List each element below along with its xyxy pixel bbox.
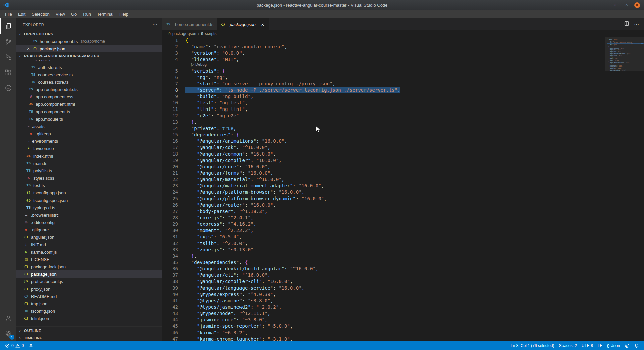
file-package.json[interactable]: {}package.json: [16, 270, 162, 278]
folder-assets[interactable]: ›assets: [16, 123, 162, 130]
code-line[interactable]: 18 "@angular/common": "16.0.0",: [162, 151, 644, 157]
line-number[interactable]: 23: [162, 183, 185, 189]
line-number[interactable]: 16: [162, 138, 185, 144]
file-karma.conf.js[interactable]: Kkarma.conf.js: [16, 248, 162, 256]
code-line[interactable]: 25 "@angular/platform-browser-dynamic": …: [162, 195, 644, 202]
accounts-icon[interactable]: [0, 310, 16, 326]
file-proxy.json[interactable]: {}proxy.json: [16, 285, 162, 293]
line-number[interactable]: 28: [162, 215, 185, 221]
eol-selector[interactable]: LF: [595, 343, 605, 348]
line-number[interactable]: 35: [162, 259, 185, 266]
file-.gitkeep[interactable]: ◆.gitkeep: [16, 130, 162, 137]
code-line[interactable]: 5 "scripts": {: [162, 68, 644, 74]
code-line[interactable]: 22 "@angular/material": "^16.0.0",: [162, 176, 644, 183]
more-actions-icon[interactable]: ⋯: [634, 21, 639, 27]
code-line[interactable]: 34 },: [162, 253, 644, 259]
line-number[interactable]: 11: [162, 106, 185, 113]
folder-environments[interactable]: ›environments: [16, 137, 162, 145]
file-main.ts[interactable]: TSmain.ts: [16, 160, 162, 167]
line-number[interactable]: 37: [162, 272, 185, 278]
line-number[interactable]: 12: [162, 113, 185, 119]
menu-run[interactable]: Run: [80, 10, 94, 18]
split-editor-icon[interactable]: [624, 21, 629, 28]
file-.browserslistrc[interactable]: ≣.browserslistrc: [16, 211, 162, 219]
close-button[interactable]: ✕: [634, 2, 640, 8]
code-line[interactable]: 42 "@types/jasminewd2": "~2.0.2",: [162, 304, 644, 310]
file-tslint.json[interactable]: {}tslint.json: [16, 315, 162, 322]
line-number[interactable]: 9: [162, 93, 185, 100]
file-tsconfig.json[interactable]: ▦tsconfig.json: [16, 307, 162, 315]
line-number[interactable]: 2: [162, 44, 185, 50]
code-line[interactable]: 39 "@angular/language-service": "16.0.0"…: [162, 285, 644, 291]
file-.editorconfig[interactable]: ⊙.editorconfig: [16, 219, 162, 226]
file-app.component.ts[interactable]: TSapp.component.ts: [16, 108, 162, 115]
tab-home.component.ts[interactable]: TShome.component.ts: [162, 18, 217, 30]
line-number[interactable]: 46: [162, 330, 185, 336]
line-number[interactable]: 24: [162, 189, 185, 195]
problems-status[interactable]: 0 0: [3, 341, 26, 350]
file-INIT.md[interactable]: ↓INIT.md: [16, 241, 162, 248]
line-number[interactable]: 31: [162, 234, 185, 240]
cursor-position[interactable]: Ln 8, Col 1 (76 selected): [508, 343, 557, 348]
menu-file[interactable]: File: [2, 10, 15, 18]
minimize-button[interactable]: ›: [613, 2, 618, 8]
line-number[interactable]: 34: [162, 253, 185, 259]
line-number[interactable]: 10: [162, 100, 185, 106]
line-number[interactable]: 14: [162, 125, 185, 132]
line-number[interactable]: 5: [162, 68, 185, 74]
file-typings.d.ts[interactable]: TStypings.d.ts: [16, 204, 162, 211]
code-line[interactable]: 26 "@angular/router": "16.0.0",: [162, 202, 644, 208]
code-line[interactable]: 6 "ng": "ng",: [162, 74, 644, 81]
line-number[interactable]: 29: [162, 221, 185, 227]
source-control-icon[interactable]: [0, 34, 16, 49]
line-number[interactable]: 22: [162, 176, 185, 183]
encoding[interactable]: UTF-8: [579, 343, 595, 348]
rocket-status[interactable]: [26, 341, 36, 350]
file-LICENSE[interactable]: ▤LICENSE: [16, 256, 162, 263]
file-index.html[interactable]: <>index.html: [16, 152, 162, 160]
menu-help[interactable]: Help: [116, 10, 131, 18]
code-line[interactable]: 46 "karma": "~6.3.2",: [162, 330, 644, 336]
file-app-routing.module.ts[interactable]: TSapp-routing.module.ts: [16, 86, 162, 93]
code-line[interactable]: 10 "test": "ng test",: [162, 100, 644, 106]
line-number[interactable]: 30: [162, 227, 185, 234]
code-line[interactable]: 9 "build": "ng build",: [162, 93, 644, 100]
code-line[interactable]: 47 "karma-chrome-launcher": "~3.1.0",: [162, 336, 644, 341]
code-line[interactable]: 31 "rxjs": "6.5.4",: [162, 234, 644, 240]
line-number[interactable]: 13: [162, 119, 185, 125]
line-number[interactable]: 47: [162, 336, 185, 341]
close-tab-icon[interactable]: ×: [260, 21, 266, 27]
file-app.module.ts[interactable]: TSapp.module.ts: [16, 115, 162, 123]
file-styles.scss[interactable]: Sstyles.scss: [16, 174, 162, 182]
menu-terminal[interactable]: Terminal: [94, 10, 116, 18]
line-number[interactable]: 19: [162, 157, 185, 164]
code-line[interactable]: 17 "@angular/cdk": "^16.0.0",: [162, 144, 644, 151]
line-number[interactable]: 27: [162, 208, 185, 215]
file-app.component.html[interactable]: <>app.component.html: [16, 100, 162, 108]
outline-header[interactable]: › OUTLINE: [16, 326, 162, 334]
code-line[interactable]: 14 "private": true,: [162, 125, 644, 132]
line-number[interactable]: 25: [162, 195, 185, 202]
open-editor-package.json[interactable]: ×{}package.json: [16, 45, 162, 52]
code-line[interactable]: 2 "name": "reactive-angular-course",: [162, 44, 644, 50]
indentation[interactable]: Spaces: 2: [556, 343, 579, 348]
feedback-status[interactable]: [622, 343, 632, 348]
line-number[interactable]: 17: [162, 144, 185, 151]
code-line[interactable]: 41 "@types/jasmine": "~3.8.0",: [162, 298, 644, 304]
code-line[interactable]: 43 "@types/node": "^12.11.1",: [162, 310, 644, 317]
code-line[interactable]: 33 "zone.js": "~0.13.0": [162, 247, 644, 253]
file-tmp.json[interactable]: {}tmp.json: [16, 300, 162, 307]
code-line[interactable]: 36 "@angular-devkit/build-angular": "^16…: [162, 266, 644, 272]
line-number[interactable]: 7: [162, 81, 185, 87]
line-number[interactable]: 3: [162, 50, 185, 56]
tab-package.json[interactable]: {}package.json×: [217, 18, 269, 30]
open-editors-header[interactable]: › OPEN EDITORS: [16, 30, 162, 38]
file-tsconfig.spec.json[interactable]: {}tsconfig.spec.json: [16, 196, 162, 204]
code-line[interactable]: 11 "lint": "ng lint",: [162, 106, 644, 113]
file-protractor.conf.js[interactable]: JSprotractor.conf.js: [16, 278, 162, 285]
code-line[interactable]: 23 "@angular/material-moment-adapter": "…: [162, 183, 644, 189]
folder-services[interactable]: ›services: [16, 60, 162, 63]
code-line[interactable]: 4 "license": "MIT",: [162, 56, 644, 63]
line-number[interactable]: 20: [162, 164, 185, 170]
file-test.ts[interactable]: TStest.ts: [16, 182, 162, 189]
